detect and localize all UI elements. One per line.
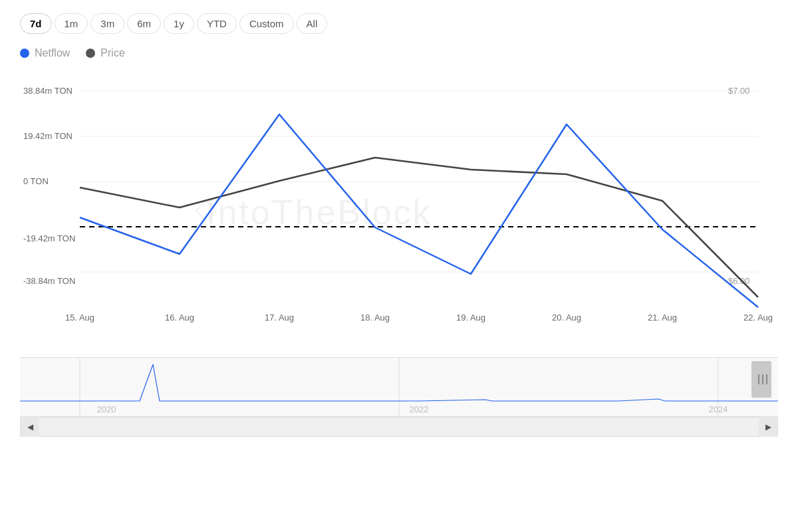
price-label: Price bbox=[100, 47, 124, 59]
btn-1m[interactable]: 1m bbox=[55, 13, 88, 34]
btn-ytd[interactable]: YTD bbox=[197, 13, 237, 34]
svg-text:$7.00: $7.00 bbox=[728, 86, 750, 96]
legend-price: Price bbox=[86, 47, 124, 59]
svg-text:19. Aug: 19. Aug bbox=[456, 313, 485, 323]
scroll-left-btn[interactable]: ◀ bbox=[21, 417, 39, 437]
btn-1y[interactable]: 1y bbox=[164, 13, 194, 34]
svg-text:-38.84m TON: -38.84m TON bbox=[23, 276, 75, 286]
scroll-track bbox=[39, 418, 759, 436]
time-range-bar: 7d 1m 3m 6m 1y YTD Custom All bbox=[0, 0, 798, 41]
main-chart-area: IntoTheBlock 38.84m TON 19.42m TON 0 TON… bbox=[0, 71, 798, 350]
price-dot bbox=[86, 49, 95, 58]
svg-text:20. Aug: 20. Aug bbox=[552, 313, 581, 323]
svg-text:18. Aug: 18. Aug bbox=[360, 313, 390, 323]
main-container: 7d 1m 3m 6m 1y YTD Custom All Netflow Pr… bbox=[0, 0, 798, 532]
svg-text:17. Aug: 17. Aug bbox=[265, 313, 294, 323]
svg-text:2022: 2022 bbox=[410, 404, 429, 414]
legend-netflow: Netflow bbox=[20, 47, 70, 59]
scroll-right-btn[interactable]: ▶ bbox=[759, 417, 777, 437]
svg-text:2024: 2024 bbox=[709, 404, 728, 414]
btn-all[interactable]: All bbox=[297, 13, 328, 34]
svg-text:0 TON: 0 TON bbox=[23, 176, 49, 186]
svg-text:2020: 2020 bbox=[97, 404, 116, 414]
svg-text:38.84m TON: 38.84m TON bbox=[23, 86, 72, 96]
netflow-label: Netflow bbox=[35, 47, 70, 59]
mini-chart: 2020 2022 2024 bbox=[20, 357, 778, 417]
svg-text:-19.42m TON: -19.42m TON bbox=[23, 233, 75, 243]
svg-rect-28 bbox=[751, 361, 771, 398]
chart-legend: Netflow Price bbox=[0, 41, 798, 65]
svg-text:21. Aug: 21. Aug bbox=[648, 313, 677, 323]
svg-text:19.42m TON: 19.42m TON bbox=[23, 131, 72, 141]
svg-text:15. Aug: 15. Aug bbox=[65, 313, 94, 323]
btn-6m[interactable]: 6m bbox=[127, 13, 161, 34]
svg-text:IntoTheBlock: IntoTheBlock bbox=[206, 193, 432, 231]
svg-text:22. Aug: 22. Aug bbox=[743, 313, 773, 323]
btn-custom[interactable]: Custom bbox=[239, 13, 294, 34]
btn-3m[interactable]: 3m bbox=[90, 13, 124, 34]
svg-text:16. Aug: 16. Aug bbox=[165, 313, 194, 323]
btn-7d[interactable]: 7d bbox=[20, 13, 52, 34]
scrollbar[interactable]: ◀ ▶ bbox=[20, 417, 778, 437]
netflow-dot bbox=[20, 49, 29, 58]
